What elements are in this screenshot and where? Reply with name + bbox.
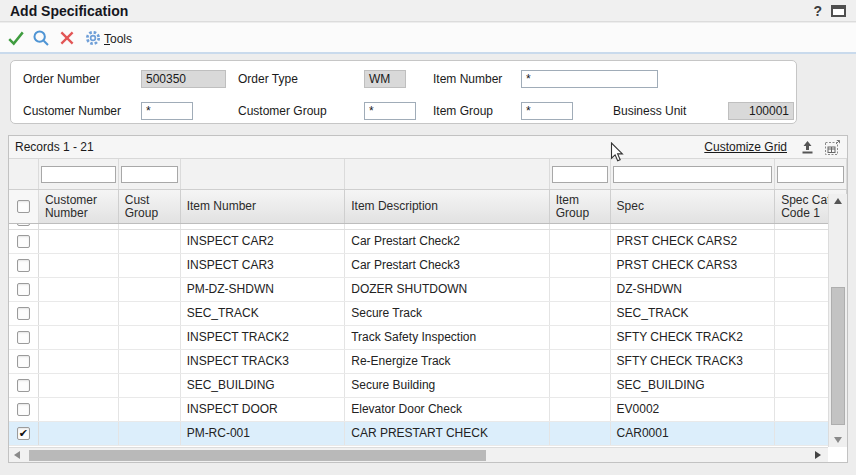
grid-cell-item_group[interactable] [550,278,611,301]
grid-cell-item_number[interactable]: SEC_TRACK [181,302,346,325]
grid-cell-item_description[interactable]: Car Prestart Check2 [345,230,549,253]
grid-cell-customer_number[interactable] [39,230,119,253]
tools-menu[interactable]: Tools [104,32,132,46]
row-checkbox[interactable] [17,403,30,416]
vertical-scrollbar[interactable] [828,194,847,447]
grid-cell-item_group[interactable] [550,254,611,277]
grid-cell-item_number[interactable]: INSPECT TRACK2 [181,326,346,349]
row-checkbox[interactable] [17,235,30,248]
grid-cell-item_group[interactable] [550,350,611,373]
close-icon[interactable] [58,29,76,47]
gear-icon[interactable] [84,29,102,47]
row-checkbox[interactable] [17,331,30,344]
grid-cell-item_description[interactable]: Elevator Door Check [345,398,549,421]
row-checkbox[interactable] [17,355,30,368]
row-checkbox[interactable]: ✔ [17,427,30,440]
column-header-item_description[interactable]: Item Description [345,190,549,223]
scroll-down-arrow[interactable] [834,437,842,443]
filter-item_group-input[interactable] [552,166,608,183]
grid-cell-item_description[interactable]: CAR PRESTART CHECK [345,422,549,445]
help-icon[interactable]: ? [813,3,822,19]
row-checkbox[interactable] [17,379,30,392]
grid-cell-spec[interactable]: SEC_BUILDING [611,374,776,397]
search-icon[interactable] [32,29,50,47]
grid-cell-cust_group[interactable] [119,254,181,277]
grid-cell-spec[interactable]: SFTY CHECK TRACK2 [611,326,776,349]
grid-cell-spec[interactable]: EV0002 [611,398,776,421]
grid-row[interactable]: INSPECT TRACK3Re-Energize TrackSFTY CHEC… [9,350,847,374]
grid-cell-item_number[interactable]: INSPECT CAR2 [181,230,346,253]
grid-cell-customer_number[interactable] [39,350,119,373]
grid-row[interactable]: INSPECT CAR2Car Prestart Check2PRST CHEC… [9,230,847,254]
horizontal-scrollbar[interactable] [9,447,847,462]
customize-grid-link[interactable]: Customize Grid [704,140,787,154]
horizontal-scrollbar-thumb[interactable] [29,450,486,461]
grid-cell-customer_number[interactable] [39,374,119,397]
grid-cell-item_description[interactable]: Secure Building [345,374,549,397]
grid-row[interactable]: SEC_TRACKSecure TrackSEC_TRACK [9,302,847,326]
grid-cell-item_description[interactable]: DOZER SHUTDOWN [345,278,549,301]
grid-cell-item_number[interactable]: INSPECT CAR3 [181,254,346,277]
grid-cell-cust_group[interactable] [119,350,181,373]
grid-cell-item_group[interactable] [550,230,611,253]
grid-cell-item_group[interactable] [550,374,611,397]
grid-row[interactable]: INSPECT DOORElevator Door CheckEV0002 [9,398,847,422]
grid-cell-cust_group[interactable] [119,278,181,301]
filter-cust_group-input[interactable] [121,166,178,183]
grid-cell-spec[interactable]: CAR0001 [611,422,776,445]
grid-row[interactable]: SEC_BUILDINGSecure BuildingSEC_BUILDING [9,374,847,398]
grid-cell-customer_number[interactable] [39,302,119,325]
grid-cell-cust_group[interactable] [119,374,181,397]
row-checkbox[interactable] [17,224,30,226]
export-icon[interactable] [799,139,816,156]
grid-cell-customer_number[interactable] [39,278,119,301]
grid-cell-item_number[interactable]: SEC_BUILDING [181,374,346,397]
row-checkbox[interactable] [17,259,30,272]
grid-cell-cust_group[interactable] [119,326,181,349]
grid-cell-cust_group[interactable] [119,230,181,253]
grid-row[interactable]: INSPECT TRACK2Track Safety InspectionSFT… [9,326,847,350]
expand-grid-icon[interactable] [824,139,841,156]
grid-cell-spec[interactable]: PRST CHECK CARS3 [611,254,776,277]
grid-cell-cust_group[interactable] [119,302,181,325]
select-all-checkbox[interactable] [17,200,30,213]
scroll-right-arrow[interactable] [815,451,821,459]
filter-spec-input[interactable] [613,166,773,183]
grid-cell-item_description[interactable]: Re-Energize Track [345,350,549,373]
grid-cell-customer_number[interactable] [39,326,119,349]
column-header-item_group[interactable]: Item Group [550,190,611,223]
grid-cell-item_number[interactable]: PM-DZ-SHDWN [181,278,346,301]
grid-cell-item_number[interactable]: INSPECT DOOR [181,398,346,421]
grid-cell-item_group[interactable] [550,326,611,349]
customer-group-field[interactable] [364,102,416,120]
grid-cell-item_group[interactable] [550,398,611,421]
grid-row[interactable]: INSPECT CAR3Car Prestart Check3PRST CHEC… [9,254,847,278]
grid-cell-item_number[interactable]: INSPECT TRACK3 [181,350,346,373]
grid-cell-item_description[interactable]: Track Safety Inspection [345,326,549,349]
row-checkbox[interactable] [17,283,30,296]
scroll-up-arrow[interactable] [834,198,842,204]
grid-cell-item_description[interactable]: Car Prestart Check3 [345,254,549,277]
item-number-field[interactable] [521,70,658,88]
grid-cell-spec[interactable]: SFTY CHECK TRACK3 [611,350,776,373]
ok-check-icon[interactable] [7,29,25,47]
column-header-customer_number[interactable]: Customer Number [39,190,119,223]
vertical-scrollbar-thumb[interactable] [831,287,845,425]
grid-cell-item_number[interactable]: PM-RC-001 [181,422,346,445]
grid-cell-item_group[interactable] [550,302,611,325]
column-header-cust_group[interactable]: Cust Group [119,190,181,223]
window-restore-icon[interactable] [831,5,846,17]
grid-cell-cust_group[interactable] [119,398,181,421]
column-header-spec[interactable]: Spec [611,190,776,223]
customer-number-field[interactable] [141,102,193,120]
grid-cell-customer_number[interactable] [39,254,119,277]
grid-cell-item_description[interactable]: Secure Track [345,302,549,325]
grid-cell-spec[interactable]: PRST CHECK CARS2 [611,230,776,253]
filter-customer_number-input[interactable] [41,166,116,183]
grid-row[interactable]: PM-DZ-SHDWNDOZER SHUTDOWNDZ-SHDWN [9,278,847,302]
filter-spec_cat_code_1-input[interactable] [777,166,844,183]
row-checkbox[interactable] [17,307,30,320]
grid-cell-customer_number[interactable] [39,398,119,421]
column-header-item_number[interactable]: Item Number [181,190,346,223]
grid-row[interactable]: ✔PM-RC-001CAR PRESTART CHECKCAR0001 [9,422,847,446]
